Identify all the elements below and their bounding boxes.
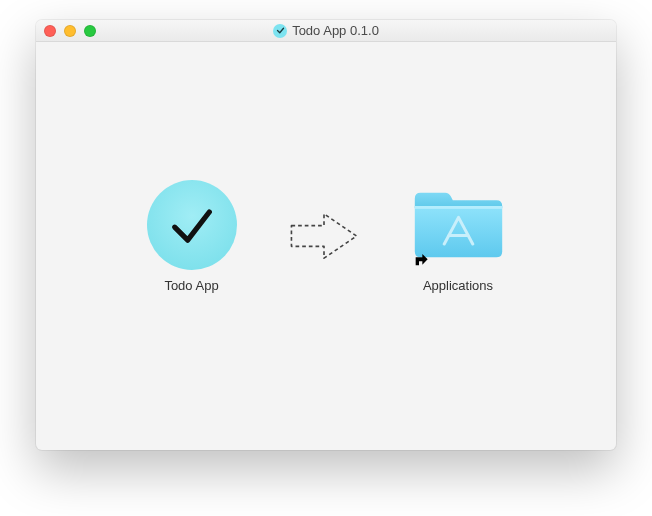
app-bundle[interactable]: Todo App [147, 180, 237, 293]
alias-arrow-icon [413, 252, 429, 268]
maximize-button[interactable] [84, 25, 96, 37]
applications-label: Applications [423, 278, 493, 293]
applications-folder-shortcut[interactable]: Applications [411, 180, 506, 293]
traffic-lights [44, 25, 96, 37]
drag-arrow-icon [287, 191, 361, 281]
minimize-button[interactable] [64, 25, 76, 37]
applications-folder-icon [411, 180, 506, 270]
svg-rect-0 [414, 206, 501, 209]
app-title-icon [273, 24, 287, 38]
installer-content: Todo App [36, 42, 616, 450]
title-container: Todo App 0.1.0 [36, 23, 616, 38]
app-label: Todo App [164, 278, 218, 293]
app-icon [147, 180, 237, 270]
window-titlebar[interactable]: Todo App 0.1.0 [36, 20, 616, 42]
window-title: Todo App 0.1.0 [292, 23, 379, 38]
close-button[interactable] [44, 25, 56, 37]
dmg-installer-window: Todo App 0.1.0 Todo App [36, 20, 616, 450]
